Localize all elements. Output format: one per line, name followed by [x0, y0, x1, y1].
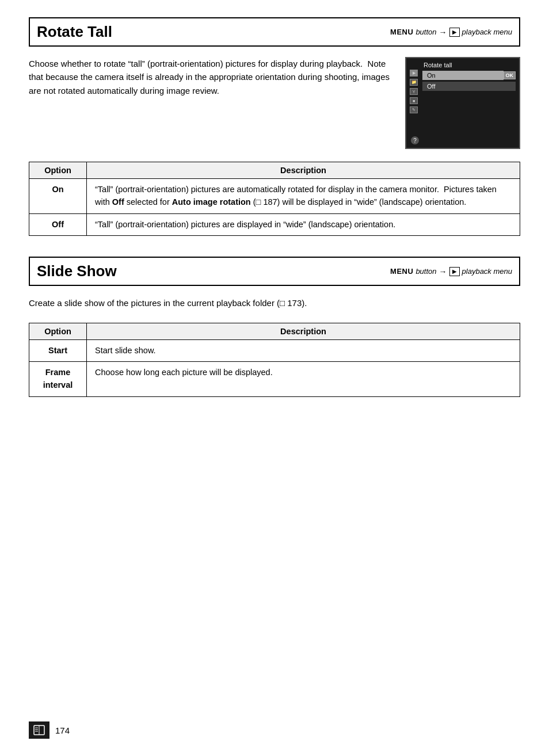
book-svg: [33, 725, 45, 735]
option-cell: Off: [29, 213, 87, 236]
camera-sidebar: ▶ 📁 Y ■ ✎: [410, 70, 418, 113]
camera-option-off-row: Off: [422, 82, 516, 91]
slide-show-table: Option Description StartStart slide show…: [29, 323, 520, 397]
slide-show-body: Create a slide show of the pictures in t…: [29, 296, 520, 310]
rotate-tall-table: Option Description On“Tall” (portrait-or…: [29, 162, 520, 236]
rotate-tall-content: Choose whether to rotate “tall” (portrai…: [29, 57, 520, 149]
camera-option-off-label: Off: [422, 82, 516, 91]
menu-keyword-2: MENU: [390, 267, 413, 276]
button-label-1: button: [415, 28, 436, 36]
camera-option-on-label: On: [422, 71, 504, 80]
table-row: StartStart slide show.: [29, 339, 520, 362]
slide-show-nav: MENU button → ▶ playback menu: [390, 267, 512, 276]
cam-icon-grid: ■: [410, 97, 418, 104]
table-row: Frame intervalChoose how long each pictu…: [29, 362, 520, 397]
rotate-tall-camera-screen: Rotate tall ▶ 📁 Y ■ ✎ On OK Off ?: [405, 57, 520, 149]
cam-icon-play: ▶: [410, 70, 418, 77]
playback-icon-2: ▶: [449, 267, 460, 276]
table-row: On“Tall” (portrait-orientation) pictures…: [29, 179, 520, 214]
page-number: 174: [55, 726, 70, 735]
table-header-row: Option Description: [29, 162, 520, 179]
nav-arrow-1: →: [439, 28, 447, 37]
playback-icon-1: ▶: [449, 28, 460, 37]
footer-book-icon: [29, 721, 49, 739]
cam-icon-wrench: ✎: [410, 106, 418, 113]
slide-show-title: Slide Show: [37, 262, 117, 280]
camera-option-on-row: On OK: [422, 71, 516, 80]
col-description-header-1: Description: [87, 162, 520, 179]
cam-icon-y: Y: [410, 88, 418, 95]
col-option-header-2: Option: [29, 323, 87, 339]
option-cell: Frame interval: [29, 362, 87, 397]
option-cell: On: [29, 179, 87, 214]
slide-show-table-header-row: Option Description: [29, 323, 520, 339]
slide-show-section: Slide Show MENU button → ▶ playback menu…: [29, 257, 520, 397]
playback-menu-label-1: playback menu: [462, 28, 512, 36]
ok-badge: OK: [504, 71, 516, 79]
description-cell: “Tall” (portrait-orientation) pictures a…: [87, 179, 520, 214]
camera-options: On OK Off: [422, 71, 516, 91]
option-cell: Start: [29, 339, 87, 362]
col-description-header-2: Description: [87, 323, 520, 339]
playback-menu-label-2: playback menu: [462, 267, 512, 276]
camera-question-icon: ?: [411, 136, 419, 144]
nav-arrow-2: →: [439, 267, 447, 276]
description-cell: “Tall” (portrait-orientation) pictures a…: [87, 213, 520, 236]
rotate-tall-nav: MENU button → ▶ playback menu: [390, 28, 512, 37]
cam-icon-folder: 📁: [410, 79, 418, 86]
table-row: Off“Tall” (portrait-orientation) picture…: [29, 213, 520, 236]
rotate-tall-title: Rotate Tall: [37, 23, 112, 41]
col-option-header-1: Option: [29, 162, 87, 179]
page-footer: 174: [29, 721, 70, 739]
button-label-2: button: [415, 267, 436, 276]
rotate-tall-body: Choose whether to rotate “tall” (portrai…: [29, 57, 394, 149]
camera-screen-title: Rotate tall: [410, 62, 516, 68]
slide-show-header: Slide Show MENU button → ▶ playback menu: [29, 257, 520, 286]
description-cell: Choose how long each picture will be dis…: [87, 362, 520, 397]
rotate-tall-header: Rotate Tall MENU button → ▶ playback men…: [29, 17, 520, 47]
description-cell: Start slide show.: [87, 339, 520, 362]
rotate-tall-section: Rotate Tall MENU button → ▶ playback men…: [29, 17, 520, 236]
menu-keyword-1: MENU: [390, 28, 413, 36]
